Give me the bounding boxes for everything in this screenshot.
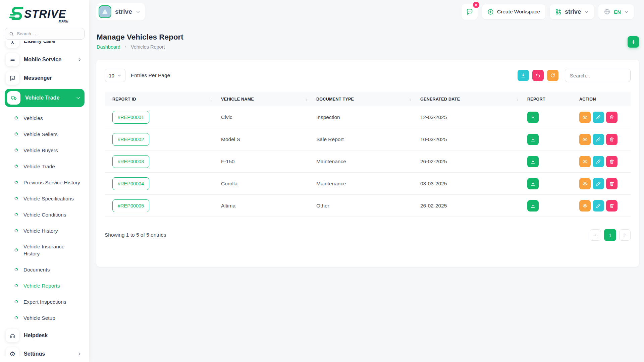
generated-date-cell: 12-03-2025 (420, 114, 527, 120)
document-type-cell: Inspection (316, 114, 420, 120)
org-switcher[interactable]: strive (550, 4, 594, 19)
eye-icon (582, 203, 588, 208)
chat-bubble-icon (6, 71, 19, 85)
chevron-right-icon (124, 45, 127, 49)
download-report-button[interactable] (527, 200, 539, 212)
pencil-icon (596, 137, 601, 142)
table-header-row: REPORT ID ↑↓ VEHICLE NAME ↑↓ DOCUMENT TY… (105, 92, 631, 106)
sort-icon: ↑↓ (408, 98, 411, 101)
view-button[interactable] (579, 112, 591, 123)
pencil-icon (596, 115, 601, 120)
sidebar-item-messenger[interactable]: Messenger (5, 70, 85, 86)
showing-entries-text: Showing 1 to 5 of 5 entries (105, 232, 166, 238)
edit-button[interactable] (593, 178, 604, 189)
sidebar-subitem-vehicle-history[interactable]: Vehicle History (5, 223, 85, 239)
entries-per-page-select[interactable]: 10 (105, 69, 125, 82)
pencil-icon (596, 203, 601, 208)
brand-logo[interactable]: STRIVE MAKE (0, 0, 70, 23)
sidebar-item-vehicle-trade[interactable]: Vehicle Trade (5, 89, 85, 107)
sidebar-item-mobile-service[interactable]: Mobile Service (5, 52, 85, 67)
document-type-cell: Maintenance (316, 181, 420, 187)
workspace-name: strive (115, 8, 132, 15)
undo-button[interactable] (532, 70, 544, 81)
table-row: #REP00004 Corolla Maintenance 03-03-2025 (105, 173, 631, 195)
page-title: Manage Vehicles Report (97, 33, 183, 42)
sidebar-item-label: Mobile Service (24, 57, 61, 63)
topbar-actions: 0 Create Workspace strive EN (462, 3, 634, 20)
edit-button[interactable] (593, 134, 604, 145)
sidebar-item-label: Helpdesk (24, 333, 48, 339)
sidebar-item-settings[interactable]: ⚙ Settings (5, 346, 85, 356)
download-report-button[interactable] (527, 134, 539, 145)
view-button[interactable] (579, 134, 591, 145)
sidebar-subitem-vehicles[interactable]: Vehicles (5, 110, 85, 126)
subitem-label: Vehicle Trade (23, 163, 55, 170)
delete-button[interactable] (606, 200, 618, 212)
delete-button[interactable] (606, 134, 618, 145)
create-workspace-button[interactable]: Create Workspace (482, 4, 545, 19)
report-id-badge: #REP00003 (112, 155, 149, 168)
ring-icon (14, 268, 18, 271)
edit-button[interactable] (593, 112, 604, 123)
sidebar-search[interactable] (5, 28, 85, 40)
person-icon (6, 41, 19, 48)
refresh-button[interactable] (547, 70, 558, 81)
sidebar-subitem-vehicle-setup[interactable]: Vehicle Setup (5, 310, 85, 326)
column-header-generated-date[interactable]: GENERATED DATE ↑↓ (420, 97, 527, 102)
edit-button[interactable] (593, 156, 604, 167)
sidebar-search-input[interactable] (17, 31, 80, 36)
sidebar-subitem-vehicle-trade[interactable]: Vehicle Trade (5, 158, 85, 174)
sidebar-subitem-vehicle-sellers[interactable]: Vehicle Sellers (5, 126, 85, 142)
subitem-label: Vehicle Sellers (23, 131, 58, 138)
table-row: #REP00005 Altima Other 26-02-2025 (105, 195, 631, 217)
sidebar-subitem-vehicle-specifications[interactable]: Vehicle Specifications (5, 190, 85, 206)
column-header-action: ACTION (579, 97, 631, 102)
column-header-vehicle-name[interactable]: VEHICLE NAME ↑↓ (221, 97, 316, 102)
download-icon (530, 159, 536, 164)
sidebar-subitem-previous-service-history[interactable]: Previous Service History (5, 174, 85, 190)
view-button[interactable] (579, 200, 591, 212)
breadcrumb-dashboard-link[interactable]: Dashboard (97, 44, 120, 50)
download-report-button[interactable] (527, 112, 539, 123)
pagination-prev-button[interactable] (590, 229, 601, 241)
sidebar-item-label: Settings (24, 351, 45, 356)
document-type-cell: Sale Report (316, 136, 420, 142)
download-report-button[interactable] (527, 156, 539, 167)
chat-icon (466, 8, 473, 15)
sidebar-subitem-expert-inspections[interactable]: Expert Inspections (5, 294, 85, 310)
language-selector[interactable]: EN (598, 4, 634, 19)
entries-per-page-label: Entries Per Page (131, 72, 170, 78)
headphones-icon (6, 329, 19, 342)
table-footer: Showing 1 to 5 of 5 entries 1 (96, 217, 639, 241)
view-button[interactable] (579, 156, 591, 167)
sidebar-subitem-vehicle-reports[interactable]: Vehicle Reports (5, 278, 85, 294)
workspace-switcher[interactable]: strive (96, 3, 145, 20)
pagination-next-button[interactable] (619, 229, 631, 241)
sidebar-subitem-documents[interactable]: Documents (5, 261, 85, 278)
add-report-button[interactable] (628, 36, 639, 48)
delete-button[interactable] (606, 156, 618, 167)
export-button[interactable] (518, 70, 529, 81)
brand-name: STRIVE (24, 7, 66, 21)
view-button[interactable] (579, 178, 591, 189)
table-search-input[interactable] (565, 69, 631, 82)
gear-icon: ⚙ (6, 347, 19, 356)
sidebar-subitem-vehicle-insurance-history[interactable]: Vehicle Insurance History (5, 239, 85, 261)
download-report-button[interactable] (527, 178, 539, 189)
column-header-document-type[interactable]: DOCUMENT TYPE ↑↓ (316, 97, 420, 102)
delete-button[interactable] (606, 112, 618, 123)
chevron-right-icon (623, 233, 627, 237)
sidebar-subitem-vehicle-conditions[interactable]: Vehicle Conditions (5, 206, 85, 223)
subitem-label: Documents (23, 266, 50, 273)
sidebar-subitem-vehicle-buyers[interactable]: Vehicle Buyers (5, 142, 85, 158)
column-header-report-id[interactable]: REPORT ID ↑↓ (105, 97, 221, 102)
edit-button[interactable] (593, 200, 604, 212)
chat-button[interactable]: 0 (462, 4, 478, 20)
delete-button[interactable] (606, 178, 618, 189)
vehicle-name-cell: Civic (221, 114, 316, 120)
sidebar-item-elderly-care[interactable]: Elderly Care (5, 41, 85, 49)
sidebar-item-helpdesk[interactable]: Helpdesk (5, 328, 85, 343)
ring-icon (14, 229, 18, 232)
entries-value: 10 (109, 73, 114, 78)
pagination-page-1[interactable]: 1 (604, 229, 616, 241)
